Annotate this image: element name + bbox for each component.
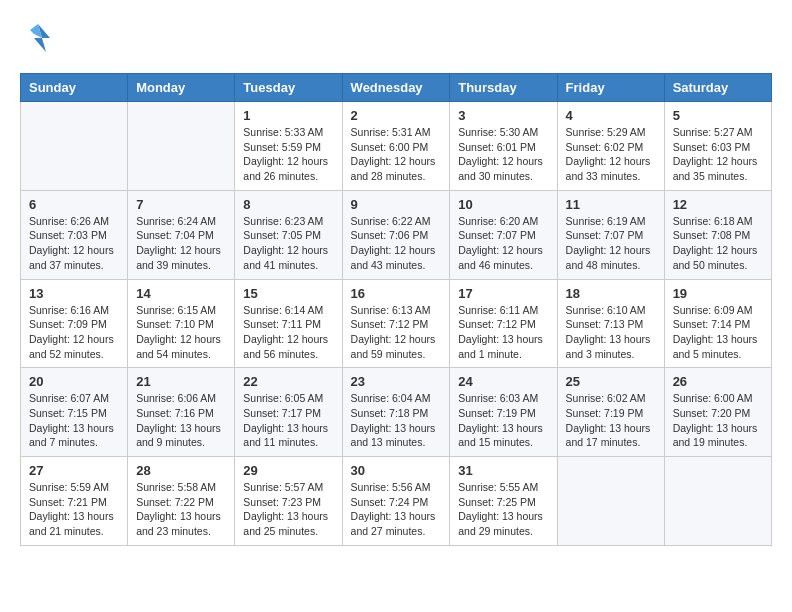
cell-line: Daylight: 12 hours xyxy=(673,154,763,169)
cell-line: and 39 minutes. xyxy=(136,258,226,273)
cell-line: Daylight: 13 hours xyxy=(458,509,548,524)
cell-line: Daylight: 13 hours xyxy=(243,421,333,436)
cell-line: and 19 minutes. xyxy=(673,435,763,450)
calendar-table: SundayMondayTuesdayWednesdayThursdayFrid… xyxy=(20,73,772,546)
cell-line: and 52 minutes. xyxy=(29,347,119,362)
cell-line: Sunset: 7:24 PM xyxy=(351,495,442,510)
calendar-cell xyxy=(557,457,664,546)
day-number: 4 xyxy=(566,108,656,123)
week-row-1: 1Sunrise: 5:33 AMSunset: 5:59 PMDaylight… xyxy=(21,102,772,191)
cell-line: Daylight: 12 hours xyxy=(566,243,656,258)
day-number: 19 xyxy=(673,286,763,301)
cell-line: Daylight: 12 hours xyxy=(351,332,442,347)
calendar-cell: 8Sunrise: 6:23 AMSunset: 7:05 PMDaylight… xyxy=(235,190,342,279)
cell-content: Sunrise: 6:13 AMSunset: 7:12 PMDaylight:… xyxy=(351,303,442,362)
calendar-cell: 4Sunrise: 5:29 AMSunset: 6:02 PMDaylight… xyxy=(557,102,664,191)
cell-line: Daylight: 13 hours xyxy=(458,421,548,436)
calendar-cell: 10Sunrise: 6:20 AMSunset: 7:07 PMDayligh… xyxy=(450,190,557,279)
calendar-cell: 7Sunrise: 6:24 AMSunset: 7:04 PMDaylight… xyxy=(128,190,235,279)
cell-line: and 41 minutes. xyxy=(243,258,333,273)
day-number: 13 xyxy=(29,286,119,301)
cell-content: Sunrise: 5:58 AMSunset: 7:22 PMDaylight:… xyxy=(136,480,226,539)
day-number: 29 xyxy=(243,463,333,478)
calendar-cell: 29Sunrise: 5:57 AMSunset: 7:23 PMDayligh… xyxy=(235,457,342,546)
cell-line: and 30 minutes. xyxy=(458,169,548,184)
day-header-monday: Monday xyxy=(128,74,235,102)
cell-line: and 1 minute. xyxy=(458,347,548,362)
day-header-thursday: Thursday xyxy=(450,74,557,102)
cell-line: Daylight: 12 hours xyxy=(243,243,333,258)
day-number: 23 xyxy=(351,374,442,389)
page-header xyxy=(20,20,772,63)
cell-content: Sunrise: 6:22 AMSunset: 7:06 PMDaylight:… xyxy=(351,214,442,273)
cell-content: Sunrise: 5:30 AMSunset: 6:01 PMDaylight:… xyxy=(458,125,548,184)
cell-line: Daylight: 13 hours xyxy=(351,421,442,436)
cell-line: and 28 minutes. xyxy=(351,169,442,184)
cell-line: Daylight: 12 hours xyxy=(136,332,226,347)
day-number: 22 xyxy=(243,374,333,389)
cell-content: Sunrise: 6:19 AMSunset: 7:07 PMDaylight:… xyxy=(566,214,656,273)
day-header-saturday: Saturday xyxy=(664,74,771,102)
cell-content: Sunrise: 6:23 AMSunset: 7:05 PMDaylight:… xyxy=(243,214,333,273)
day-number: 18 xyxy=(566,286,656,301)
calendar-cell: 30Sunrise: 5:56 AMSunset: 7:24 PMDayligh… xyxy=(342,457,450,546)
cell-line: Sunrise: 6:02 AM xyxy=(566,391,656,406)
cell-line: Sunrise: 5:30 AM xyxy=(458,125,548,140)
calendar-cell: 3Sunrise: 5:30 AMSunset: 6:01 PMDaylight… xyxy=(450,102,557,191)
cell-line: Sunset: 7:04 PM xyxy=(136,228,226,243)
day-number: 2 xyxy=(351,108,442,123)
cell-line: Sunset: 7:10 PM xyxy=(136,317,226,332)
day-number: 27 xyxy=(29,463,119,478)
cell-line: Sunset: 7:20 PM xyxy=(673,406,763,421)
cell-line: Daylight: 13 hours xyxy=(566,332,656,347)
cell-line: Sunrise: 6:00 AM xyxy=(673,391,763,406)
cell-line: Sunset: 6:01 PM xyxy=(458,140,548,155)
cell-content: Sunrise: 6:26 AMSunset: 7:03 PMDaylight:… xyxy=(29,214,119,273)
cell-line: Daylight: 13 hours xyxy=(29,509,119,524)
cell-line: Daylight: 13 hours xyxy=(673,332,763,347)
cell-line: Sunset: 6:00 PM xyxy=(351,140,442,155)
day-number: 28 xyxy=(136,463,226,478)
day-header-wednesday: Wednesday xyxy=(342,74,450,102)
calendar-cell: 18Sunrise: 6:10 AMSunset: 7:13 PMDayligh… xyxy=(557,279,664,368)
cell-line: Sunset: 7:05 PM xyxy=(243,228,333,243)
cell-content: Sunrise: 6:09 AMSunset: 7:14 PMDaylight:… xyxy=(673,303,763,362)
cell-line: Daylight: 13 hours xyxy=(673,421,763,436)
cell-line: Sunrise: 5:59 AM xyxy=(29,480,119,495)
cell-line: and 50 minutes. xyxy=(673,258,763,273)
calendar-cell: 11Sunrise: 6:19 AMSunset: 7:07 PMDayligh… xyxy=(557,190,664,279)
cell-line: Sunset: 7:06 PM xyxy=(351,228,442,243)
calendar-cell: 27Sunrise: 5:59 AMSunset: 7:21 PMDayligh… xyxy=(21,457,128,546)
cell-content: Sunrise: 6:02 AMSunset: 7:19 PMDaylight:… xyxy=(566,391,656,450)
cell-line: Daylight: 12 hours xyxy=(136,243,226,258)
cell-line: Sunrise: 6:20 AM xyxy=(458,214,548,229)
day-number: 11 xyxy=(566,197,656,212)
week-row-2: 6Sunrise: 6:26 AMSunset: 7:03 PMDaylight… xyxy=(21,190,772,279)
calendar-cell: 14Sunrise: 6:15 AMSunset: 7:10 PMDayligh… xyxy=(128,279,235,368)
day-number: 10 xyxy=(458,197,548,212)
cell-line: Sunrise: 6:23 AM xyxy=(243,214,333,229)
cell-line: Sunrise: 6:19 AM xyxy=(566,214,656,229)
cell-line: Sunset: 7:13 PM xyxy=(566,317,656,332)
cell-line: Sunrise: 6:14 AM xyxy=(243,303,333,318)
cell-line: Sunrise: 6:07 AM xyxy=(29,391,119,406)
cell-content: Sunrise: 6:18 AMSunset: 7:08 PMDaylight:… xyxy=(673,214,763,273)
cell-line: and 5 minutes. xyxy=(673,347,763,362)
cell-line: Daylight: 12 hours xyxy=(29,332,119,347)
cell-line: Sunrise: 6:13 AM xyxy=(351,303,442,318)
cell-line: Sunset: 7:14 PM xyxy=(673,317,763,332)
cell-line: and 29 minutes. xyxy=(458,524,548,539)
calendar-cell: 19Sunrise: 6:09 AMSunset: 7:14 PMDayligh… xyxy=(664,279,771,368)
cell-line: Sunrise: 6:09 AM xyxy=(673,303,763,318)
cell-line: Sunrise: 5:56 AM xyxy=(351,480,442,495)
cell-line: Daylight: 13 hours xyxy=(351,509,442,524)
cell-line: and 35 minutes. xyxy=(673,169,763,184)
calendar-cell: 15Sunrise: 6:14 AMSunset: 7:11 PMDayligh… xyxy=(235,279,342,368)
cell-line: Sunset: 7:23 PM xyxy=(243,495,333,510)
cell-line: and 9 minutes. xyxy=(136,435,226,450)
cell-line: and 48 minutes. xyxy=(566,258,656,273)
day-number: 3 xyxy=(458,108,548,123)
day-number: 17 xyxy=(458,286,548,301)
cell-line: Sunset: 7:21 PM xyxy=(29,495,119,510)
day-header-friday: Friday xyxy=(557,74,664,102)
